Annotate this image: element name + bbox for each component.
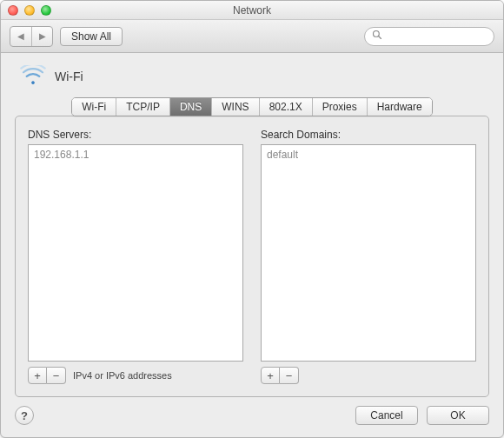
search-input[interactable] bbox=[386, 31, 504, 42]
remove-dns-server-button[interactable]: − bbox=[47, 367, 66, 384]
tab-dns[interactable]: DNS bbox=[170, 98, 212, 116]
body: Wi-Fi Wi-FiTCP/IPDNSWINS802.1XProxiesHar… bbox=[1, 53, 503, 437]
search-field[interactable] bbox=[364, 27, 494, 46]
add-search-domain-button[interactable]: + bbox=[261, 367, 280, 384]
dns-panel: DNS Servers: 192.168.1.1 + − IPv4 or IPv… bbox=[15, 116, 489, 397]
remove-search-domain-button[interactable]: − bbox=[280, 367, 299, 384]
forward-button[interactable]: ▶ bbox=[31, 27, 52, 46]
zoom-window-button[interactable] bbox=[41, 5, 51, 16]
dns-hint: IPv4 or IPv6 addresses bbox=[73, 370, 172, 381]
network-preferences-window: Network ◀ ▶ Show All bbox=[0, 0, 504, 438]
add-dns-server-button[interactable]: + bbox=[28, 367, 47, 384]
tab-tcp-ip[interactable]: TCP/IP bbox=[116, 98, 170, 116]
bottom-row: ? Cancel OK bbox=[15, 406, 489, 425]
dns-servers-column: DNS Servers: 192.168.1.1 + − IPv4 or IPv… bbox=[28, 129, 243, 384]
dns-servers-label: DNS Servers: bbox=[28, 129, 243, 141]
ok-button[interactable]: OK bbox=[427, 406, 489, 425]
forward-icon: ▶ bbox=[39, 31, 46, 41]
minimize-window-button[interactable] bbox=[24, 5, 35, 16]
close-window-button[interactable] bbox=[8, 5, 18, 16]
dns-server-item[interactable]: 192.168.1.1 bbox=[34, 148, 237, 162]
traffic-lights bbox=[8, 5, 51, 16]
toolbar: ◀ ▶ Show All bbox=[1, 20, 503, 53]
search-domains-column: Search Domains: default + − bbox=[261, 129, 476, 384]
wifi-icon bbox=[20, 65, 46, 87]
interface-name: Wi-Fi bbox=[55, 70, 83, 83]
cancel-button[interactable]: Cancel bbox=[355, 406, 418, 425]
show-all-button[interactable]: Show All bbox=[60, 27, 123, 46]
tab-wins[interactable]: WINS bbox=[212, 98, 259, 116]
titlebar: Network bbox=[1, 1, 503, 20]
search-domains-label: Search Domains: bbox=[261, 129, 476, 141]
help-button[interactable]: ? bbox=[15, 406, 34, 425]
nav-group: ◀ ▶ bbox=[10, 26, 53, 47]
search-domain-item[interactable]: default bbox=[267, 148, 470, 162]
search-domains-list[interactable]: default bbox=[261, 144, 476, 362]
interface-header: Wi-Fi bbox=[15, 62, 489, 97]
tab-hardware[interactable]: Hardware bbox=[368, 98, 432, 116]
search-icon bbox=[372, 30, 386, 43]
tabbar: Wi-FiTCP/IPDNSWINS802.1XProxiesHardware bbox=[15, 97, 489, 116]
back-icon: ◀ bbox=[17, 31, 24, 41]
back-button[interactable]: ◀ bbox=[10, 27, 31, 46]
dns-servers-list[interactable]: 192.168.1.1 bbox=[28, 144, 243, 362]
tab-wi-fi[interactable]: Wi-Fi bbox=[72, 98, 116, 116]
svg-line-1 bbox=[379, 36, 381, 39]
tab-802-1x[interactable]: 802.1X bbox=[260, 98, 313, 116]
tab-proxies[interactable]: Proxies bbox=[313, 98, 368, 116]
window-title: Network bbox=[233, 4, 271, 17]
